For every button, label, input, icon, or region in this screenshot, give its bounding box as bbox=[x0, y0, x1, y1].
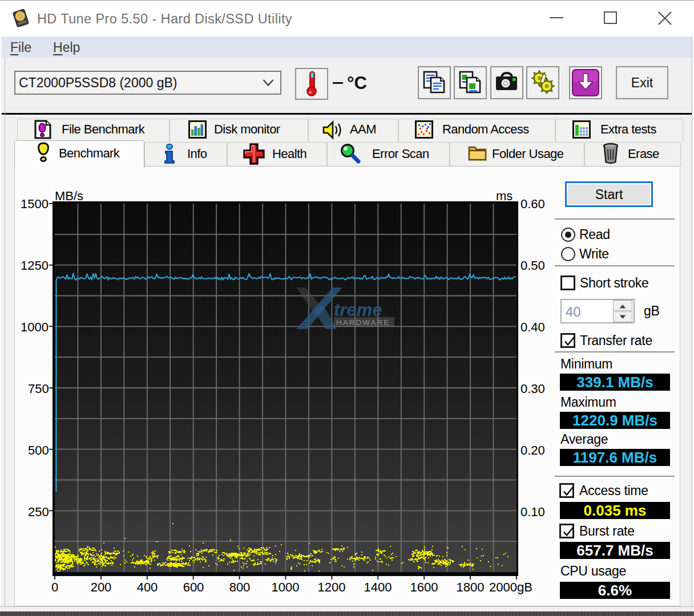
svg-text:HARDWARE: HARDWARE bbox=[336, 318, 390, 327]
svg-text:treme: treme bbox=[334, 300, 382, 320]
